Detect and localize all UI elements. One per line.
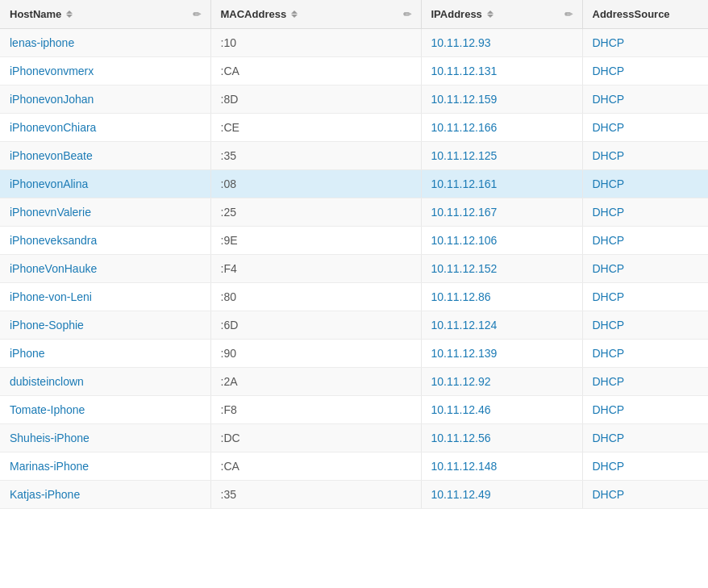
cell-ip: 10.11.12.152 bbox=[421, 255, 582, 283]
cell-ip: 10.11.12.46 bbox=[421, 396, 582, 424]
cell-ip: 10.11.12.167 bbox=[421, 198, 582, 227]
cell-addrsource: DHCP bbox=[582, 29, 708, 57]
cell-addrsource: DHCP bbox=[582, 452, 708, 481]
table-row[interactable]: iPhoneVonHauke:F410.11.12.152DHCP bbox=[0, 255, 708, 283]
cell-addrsource: DHCP bbox=[582, 481, 708, 509]
cell-mac: :F8 bbox=[210, 396, 421, 424]
table-row[interactable]: Tomate-Iphone:F810.11.12.46DHCP bbox=[0, 396, 708, 424]
cell-ip: 10.11.12.124 bbox=[421, 311, 582, 340]
cell-mac: :F4 bbox=[210, 255, 421, 283]
cell-ip: 10.11.12.139 bbox=[421, 340, 582, 368]
cell-hostname: iPhonevonAlina bbox=[0, 170, 210, 198]
cell-ip: 10.11.12.92 bbox=[421, 368, 582, 396]
cell-mac: :35 bbox=[210, 481, 421, 509]
cell-addrsource: DHCP bbox=[582, 255, 708, 283]
cell-ip: 10.11.12.161 bbox=[421, 170, 582, 198]
cell-mac: :9E bbox=[210, 227, 421, 255]
ip-sort-icon[interactable] bbox=[487, 10, 494, 18]
table-row[interactable]: iPhonevonJohan:8D10.11.12.159DHCP bbox=[0, 85, 708, 114]
cell-mac: :8D bbox=[210, 85, 421, 114]
cell-mac: :10 bbox=[210, 29, 421, 57]
mac-edit-icon[interactable]: ✏ bbox=[403, 9, 411, 20]
cell-ip: 10.11.12.166 bbox=[421, 114, 582, 142]
table-row[interactable]: Shuheis-iPhone:DC10.11.12.56DHCP bbox=[0, 424, 708, 452]
cell-ip: 10.11.12.93 bbox=[421, 29, 582, 57]
table-row[interactable]: dubisteinclown:2A10.11.12.92DHCP bbox=[0, 368, 708, 396]
main-table-container: HostName ✏ MACAddress bbox=[0, 0, 708, 509]
table-row[interactable]: iPhonevonvmerx:CA10.11.12.131DHCP bbox=[0, 57, 708, 85]
cell-hostname: iPhonevonvmerx bbox=[0, 57, 210, 85]
mac-sort-icon[interactable] bbox=[291, 10, 298, 18]
cell-mac: :90 bbox=[210, 340, 421, 368]
cell-ip: 10.11.12.86 bbox=[421, 283, 582, 311]
cell-addrsource: DHCP bbox=[582, 227, 708, 255]
table-row[interactable]: lenas-iphone:1010.11.12.93DHCP bbox=[0, 29, 708, 57]
network-table: HostName ✏ MACAddress bbox=[0, 0, 708, 509]
cell-addrsource: DHCP bbox=[582, 57, 708, 85]
cell-addrsource: DHCP bbox=[582, 424, 708, 452]
cell-addrsource: DHCP bbox=[582, 85, 708, 114]
cell-ip: 10.11.12.131 bbox=[421, 57, 582, 85]
cell-mac: :CA bbox=[210, 452, 421, 481]
table-row[interactable]: iPhone-Sophie:6D10.11.12.124DHCP bbox=[0, 311, 708, 340]
cell-mac: :25 bbox=[210, 198, 421, 227]
cell-hostname: iPhoneVonHauke bbox=[0, 255, 210, 283]
cell-ip: 10.11.12.106 bbox=[421, 227, 582, 255]
cell-ip: 10.11.12.159 bbox=[421, 85, 582, 114]
table-row[interactable]: iPhonevonAlina:0810.11.12.161DHCP bbox=[0, 170, 708, 198]
cell-hostname: iPhone-Sophie bbox=[0, 311, 210, 340]
hostname-edit-icon[interactable]: ✏ bbox=[193, 9, 201, 20]
ip-edit-icon[interactable]: ✏ bbox=[564, 9, 573, 20]
table-header-row: HostName ✏ MACAddress bbox=[0, 0, 708, 29]
cell-addrsource: DHCP bbox=[582, 368, 708, 396]
col-header-addrsource: AddressSource bbox=[582, 0, 708, 29]
cell-hostname: iPhonevonChiara bbox=[0, 114, 210, 142]
cell-mac: :2A bbox=[210, 368, 421, 396]
cell-addrsource: DHCP bbox=[582, 142, 708, 170]
table-row[interactable]: iPhonevonChiara:CE10.11.12.166DHCP bbox=[0, 114, 708, 142]
table-row[interactable]: Katjas-iPhone:3510.11.12.49DHCP bbox=[0, 481, 708, 509]
cell-mac: :CA bbox=[210, 57, 421, 85]
cell-addrsource: DHCP bbox=[582, 170, 708, 198]
cell-mac: :80 bbox=[210, 283, 421, 311]
cell-hostname: Tomate-Iphone bbox=[0, 396, 210, 424]
cell-hostname: Marinas-iPhone bbox=[0, 452, 210, 481]
cell-addrsource: DHCP bbox=[582, 340, 708, 368]
cell-ip: 10.11.12.148 bbox=[421, 452, 582, 481]
col-ip-label: IPAddress bbox=[431, 8, 482, 20]
cell-addrsource: DHCP bbox=[582, 198, 708, 227]
table-row[interactable]: iPhonevnValerie:2510.11.12.167DHCP bbox=[0, 198, 708, 227]
cell-mac: :35 bbox=[210, 142, 421, 170]
col-header-mac[interactable]: MACAddress ✏ bbox=[210, 0, 421, 29]
col-mac-label: MACAddress bbox=[221, 8, 287, 20]
table-row[interactable]: iPhone:9010.11.12.139DHCP bbox=[0, 340, 708, 368]
table-row[interactable]: iPhone-von-Leni:8010.11.12.86DHCP bbox=[0, 283, 708, 311]
cell-addrsource: DHCP bbox=[582, 311, 708, 340]
table-row[interactable]: iPhoneveksandra:9E10.11.12.106DHCP bbox=[0, 227, 708, 255]
cell-hostname: Shuheis-iPhone bbox=[0, 424, 210, 452]
cell-hostname: iPhonevonJohan bbox=[0, 85, 210, 114]
table-row[interactable]: Marinas-iPhone:CA10.11.12.148DHCP bbox=[0, 452, 708, 481]
cell-mac: :6D bbox=[210, 311, 421, 340]
cell-addrsource: DHCP bbox=[582, 396, 708, 424]
cell-hostname: iPhoneveksandra bbox=[0, 227, 210, 255]
cell-addrsource: DHCP bbox=[582, 114, 708, 142]
col-addrsource-label: AddressSource bbox=[593, 8, 670, 20]
cell-hostname: iPhone bbox=[0, 340, 210, 368]
cell-hostname: dubisteinclown bbox=[0, 368, 210, 396]
hostname-sort-icon[interactable] bbox=[66, 10, 73, 18]
col-hostname-label: HostName bbox=[10, 8, 61, 20]
col-header-ip[interactable]: IPAddress ✏ bbox=[421, 0, 582, 29]
table-body: lenas-iphone:1010.11.12.93DHCPiPhonevonv… bbox=[0, 29, 708, 509]
cell-mac: :DC bbox=[210, 424, 421, 452]
cell-hostname: iPhonevnValerie bbox=[0, 198, 210, 227]
cell-mac: :08 bbox=[210, 170, 421, 198]
cell-ip: 10.11.12.125 bbox=[421, 142, 582, 170]
cell-mac: :CE bbox=[210, 114, 421, 142]
col-header-hostname[interactable]: HostName ✏ bbox=[0, 0, 210, 29]
cell-ip: 10.11.12.49 bbox=[421, 481, 582, 509]
cell-addrsource: DHCP bbox=[582, 283, 708, 311]
cell-ip: 10.11.12.56 bbox=[421, 424, 582, 452]
table-row[interactable]: iPhonevonBeate:3510.11.12.125DHCP bbox=[0, 142, 708, 170]
cell-hostname: iPhone-von-Leni bbox=[0, 283, 210, 311]
